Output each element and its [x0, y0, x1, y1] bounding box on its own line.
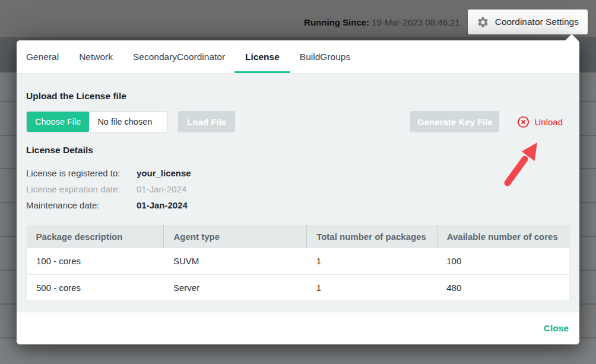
generate-key-file-button[interactable]: Generate Key File: [410, 111, 499, 132]
detail-value: your_license: [137, 169, 191, 178]
table-cell: 1: [307, 274, 438, 300]
running-since: Running Since: 19-Mar-2023 08:46:21: [304, 17, 460, 27]
license-file-input[interactable]: Choose File No file chosen: [26, 111, 168, 132]
tab-bar: General Network SecondaryCoordinator Lic…: [17, 40, 579, 74]
detail-row-registered-to: License is registered to: your_license: [26, 169, 570, 178]
gear-icon: [477, 16, 489, 29]
column-header-package-description: Package description: [27, 225, 164, 248]
upload-section-heading: Upload the License file: [26, 74, 570, 102]
unload-label: Unload: [534, 117, 563, 127]
settings-button-label: Coordinator Settings: [495, 17, 579, 27]
dialog-footer: Close: [17, 312, 579, 344]
table-cell: Server: [164, 274, 307, 300]
topbar: Running Since: 19-Mar-2023 08:46:21 Coor…: [0, 0, 596, 37]
column-header-available-cores: Available number of cores: [437, 225, 569, 248]
file-chosen-text: No file chosen: [89, 112, 167, 132]
coordinator-settings-dialog: General Network SecondaryCoordinator Lic…: [17, 40, 579, 344]
load-file-button[interactable]: Load File: [178, 111, 235, 132]
choose-file-button[interactable]: Choose File: [27, 112, 89, 132]
detail-value: 01-Jan-2024: [137, 201, 188, 210]
license-details-heading: License Details: [26, 145, 570, 156]
license-tab-panel: Upload the License file Choose File No f…: [17, 74, 579, 312]
table-row: 100 - cores SUVM 1 100: [27, 248, 570, 274]
table-cell: 100: [437, 248, 569, 274]
column-header-total-packages: Total number of packages: [307, 225, 438, 248]
detail-value: 01-Jan-2024: [137, 185, 186, 194]
detail-label: License is registered to:: [26, 169, 137, 178]
table-cell: SUVM: [164, 248, 307, 274]
tab-buildgroups[interactable]: BuildGroups: [300, 40, 350, 73]
circled-x-icon: [517, 116, 530, 128]
screen: Running Since: 19-Mar-2023 08:46:21 Coor…: [0, 0, 596, 364]
license-packages-table: Package description Agent type Total num…: [26, 225, 570, 301]
table-cell: 500 - cores: [27, 274, 164, 300]
close-button[interactable]: Close: [544, 323, 569, 334]
unload-button[interactable]: Unload: [517, 116, 563, 128]
table-row: 500 - cores Server 1 480: [27, 274, 570, 300]
table-cell: 1: [307, 248, 438, 274]
coordinator-settings-button[interactable]: Coordinator Settings: [468, 10, 588, 34]
detail-row-expiration-date: License expiration date: 01-Jan-2024: [26, 185, 570, 194]
tab-general[interactable]: General: [26, 40, 59, 73]
running-since-value: 19-Mar-2023 08:46:21: [372, 17, 459, 27]
table-cell: 480: [437, 274, 569, 300]
detail-label: License expiration date:: [26, 185, 137, 194]
upload-file-row: Choose File No file chosen Load File Gen…: [26, 111, 570, 132]
table-header-row: Package description Agent type Total num…: [27, 225, 570, 248]
tab-license[interactable]: License: [245, 40, 280, 73]
detail-label: Maintenance date:: [26, 201, 137, 210]
running-since-label: Running Since:: [304, 17, 369, 27]
detail-row-maintenance-date: Maintenance date: 01-Jan-2024: [26, 201, 570, 210]
tab-secondarycoordinator[interactable]: SecondaryCoordinator: [133, 40, 225, 73]
tab-network[interactable]: Network: [79, 40, 113, 73]
table-cell: 100 - cores: [27, 248, 164, 274]
column-header-agent-type: Agent type: [164, 225, 307, 248]
